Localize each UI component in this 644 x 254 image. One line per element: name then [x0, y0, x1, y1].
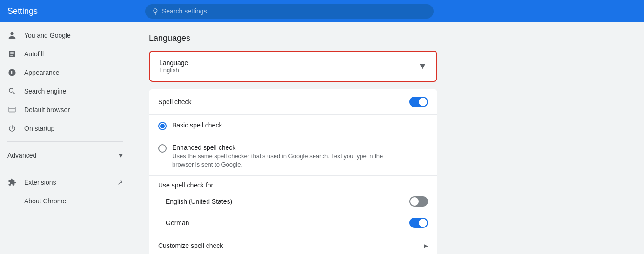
on-startup-icon — [7, 124, 17, 133]
customize-label: Customize spell check — [158, 242, 223, 249]
toggle-thumb-german — [419, 219, 427, 227]
default-browser-icon — [7, 105, 17, 114]
sidebar-item-search-engine[interactable]: Search engine — [0, 82, 123, 100]
language-selector-row[interactable]: Language English ▼ — [149, 51, 437, 82]
use-spell-check-section: Use spell check for — [149, 176, 437, 191]
sidebar-item-about-chrome[interactable]: About Chrome — [0, 192, 123, 210]
toggle-thumb-off — [410, 197, 419, 206]
toggle-track-on — [409, 97, 428, 107]
toggle-track-off — [409, 196, 428, 207]
header: Settings ⚲ — [0, 0, 644, 22]
chevron-down-icon: ▾ — [119, 150, 123, 160]
german-spell-toggle[interactable] — [409, 218, 428, 228]
sidebar-label-autofill: Autofill — [24, 50, 44, 58]
person-icon — [7, 31, 17, 40]
use-spell-check-label: Use spell check for — [158, 181, 428, 191]
radio-enhanced-label: Enhanced spell check — [172, 144, 405, 151]
spell-lang-english[interactable]: English (United States) — [149, 191, 437, 212]
spell-check-toggle[interactable] — [409, 97, 428, 107]
sidebar-item-default-browser[interactable]: Default browser — [0, 100, 123, 119]
extensions-icon — [7, 178, 17, 187]
toggle-track-german — [409, 218, 428, 228]
sidebar-item-you-and-google[interactable]: You and Google — [0, 26, 123, 45]
sidebar-item-appearance[interactable]: Appearance — [0, 63, 123, 82]
sidebar-label-you-and-google: You and Google — [24, 32, 71, 39]
external-link-icon: ↗ — [117, 179, 123, 186]
radio-enhanced-spell-check[interactable]: Enhanced spell check Uses the same spell… — [158, 137, 428, 175]
sidebar-item-autofill[interactable]: Autofill — [0, 45, 123, 63]
english-spell-toggle[interactable] — [409, 196, 428, 207]
sidebar-divider-2 — [7, 169, 123, 169]
settings-title: Settings — [7, 7, 138, 16]
about-label: About Chrome — [24, 197, 66, 205]
spell-lang-german[interactable]: German — [149, 212, 437, 234]
spell-lang-english-label: English (United States) — [166, 198, 232, 205]
sidebar: You and Google Autofill Appearance Searc… — [0, 22, 130, 254]
autofill-icon — [7, 49, 17, 59]
search-icon: ⚲ — [153, 7, 158, 16]
spell-check-row[interactable]: Spell check — [149, 89, 437, 115]
radio-enhanced-sublabel: Uses the same spell checker that's used … — [172, 152, 405, 169]
sidebar-item-advanced[interactable]: Advanced ▾ — [0, 146, 130, 165]
search-bar[interactable]: ⚲ — [145, 4, 434, 19]
svg-rect-0 — [9, 107, 15, 112]
sidebar-divider — [7, 141, 123, 142]
language-row-text: Language English — [159, 59, 188, 74]
language-chevron-icon: ▼ — [418, 61, 427, 72]
radio-basic-text: Basic spell check — [172, 121, 222, 129]
sidebar-item-extensions[interactable]: Extensions ↗ — [0, 173, 130, 192]
advanced-label: Advanced — [7, 152, 36, 159]
spell-check-card: Spell check Basic spell check — [149, 89, 437, 254]
about-chrome-icon — [7, 196, 17, 206]
language-value: English — [159, 67, 188, 74]
radio-section: Basic spell check Enhanced spell check U… — [149, 115, 437, 176]
sidebar-label-appearance: Appearance — [24, 69, 60, 76]
main-layout: You and Google Autofill Appearance Searc… — [0, 22, 644, 254]
search-input[interactable] — [162, 7, 426, 15]
search-engine-icon — [7, 87, 17, 96]
radio-basic-circle — [158, 122, 167, 130]
customize-chevron-icon: ▸ — [424, 241, 428, 251]
toggle-thumb — [419, 98, 427, 106]
customize-spell-check-row[interactable]: Customize spell check ▸ — [149, 234, 437, 254]
radio-basic-spell-check[interactable]: Basic spell check — [158, 115, 428, 137]
appearance-icon — [7, 68, 17, 77]
spell-lang-german-label: German — [166, 219, 189, 227]
extensions-label: Extensions — [24, 179, 56, 186]
sidebar-label-on-startup: On startup — [24, 125, 54, 132]
language-label: Language — [159, 59, 188, 67]
radio-enhanced-text: Enhanced spell check Uses the same spell… — [172, 144, 405, 169]
radio-basic-label: Basic spell check — [172, 121, 222, 129]
sidebar-item-on-startup[interactable]: On startup — [0, 119, 123, 138]
sidebar-label-default-browser: Default browser — [24, 106, 70, 114]
spell-check-label: Spell check — [158, 98, 192, 106]
sidebar-label-search-engine: Search engine — [24, 87, 66, 95]
languages-section-title: Languages — [149, 33, 625, 43]
radio-enhanced-circle — [158, 144, 167, 153]
content-area: Languages Language English ▼ Spell check — [130, 22, 644, 254]
